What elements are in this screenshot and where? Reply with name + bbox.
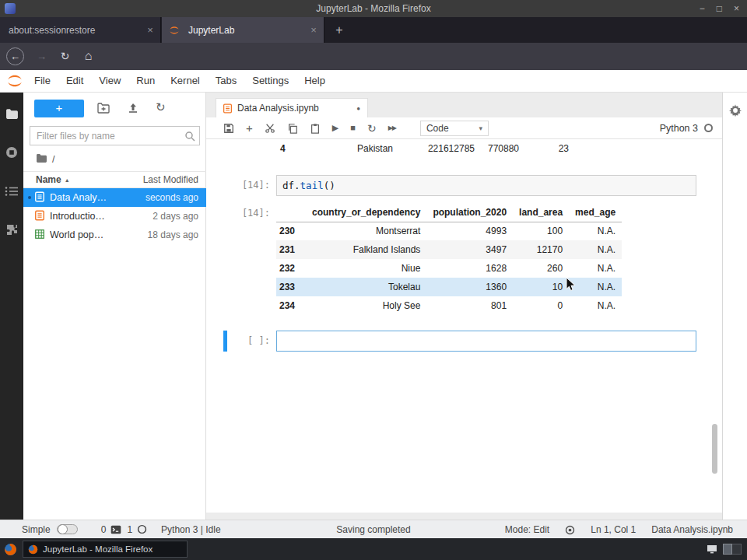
browser-tab-jupyterlab[interactable]: JupyterLab × [162, 17, 324, 43]
notebook-tab[interactable]: Data Analysis.ipynb ● [216, 98, 368, 117]
simple-mode-toggle[interactable] [57, 524, 78, 534]
notebook-scrollbar-thumb[interactable] [712, 424, 717, 474]
file-browser-tab-icon[interactable] [5, 108, 19, 122]
refresh-file-list-icon[interactable]: ↻ [156, 100, 166, 114]
app-launcher-icon[interactable] [4, 543, 17, 556]
back-button[interactable]: ← [6, 47, 24, 65]
code-token-dot: . [294, 180, 300, 191]
cell-land-area: 0 [513, 296, 569, 315]
window-close-button[interactable]: × [734, 3, 739, 14]
insert-cell-button[interactable]: + [246, 122, 253, 134]
save-button[interactable] [223, 123, 234, 134]
edit-mode-indicator[interactable]: Mode: Edit [505, 524, 549, 535]
menu-help[interactable]: Help [296, 70, 333, 92]
upload-icon[interactable] [127, 102, 139, 117]
sort-ascending-icon[interactable]: ▲ [65, 177, 70, 183]
home-folder-icon[interactable] [36, 153, 47, 165]
notebook-file-icon [34, 191, 45, 205]
index-column-header [276, 203, 306, 222]
tab-close-icon[interactable]: × [303, 24, 324, 36]
interrupt-kernel-button[interactable]: ■ [350, 124, 356, 132]
notebook-file-icon [34, 210, 45, 223]
breadcrumb[interactable]: / [36, 153, 54, 165]
kernel-status-text[interactable]: Python 3 | Idle [161, 524, 221, 535]
terminals-count[interactable]: 0 [101, 524, 107, 535]
firefox-icon [28, 544, 38, 555]
running-sessions-tab-icon[interactable] [5, 145, 19, 163]
window-minimize-button[interactable]: − [700, 3, 705, 14]
property-inspector-gear-icon[interactable] [728, 103, 742, 520]
breadcrumb-root[interactable]: / [52, 154, 54, 165]
menu-file[interactable]: File [26, 70, 58, 92]
notebook-file-icon [223, 103, 233, 114]
workspace-1[interactable] [723, 544, 732, 555]
unsaved-changes-dot-icon[interactable]: ● [356, 105, 360, 112]
table-header-row: country_or_dependency population_2020 la… [276, 203, 622, 222]
kernels-count[interactable]: 1 [127, 524, 132, 535]
paste-cells-button[interactable] [310, 123, 321, 134]
cell-population: 1628 [426, 259, 513, 278]
forward-button[interactable]: → [33, 47, 51, 65]
command-palette-tab-icon[interactable] [5, 186, 19, 200]
run-cell-button[interactable]: ▶ [332, 124, 338, 132]
status-message: Saving completed [336, 524, 410, 535]
cell-type-dropdown[interactable]: Code ▾ [420, 121, 489, 136]
cursor-position-indicator[interactable]: Ln 1, Col 1 [591, 524, 636, 535]
cell-country: Falkland Islands [306, 240, 426, 259]
new-tab-button[interactable]: + [330, 21, 349, 40]
kernel-indicator[interactable]: Python 3 [660, 123, 713, 134]
empty-input-prompt: [ ]: [228, 335, 270, 346]
column-name-header[interactable]: Name [36, 174, 61, 185]
active-cell-collapser[interactable] [223, 331, 227, 352]
row-index: 233 [276, 278, 306, 296]
menu-kernel[interactable]: Kernel [163, 70, 208, 92]
extension-manager-tab-icon[interactable] [5, 223, 19, 240]
window-maximize-button[interactable]: □ [717, 3, 722, 14]
reload-button[interactable]: ↻ [56, 47, 74, 65]
file-row-data-analysis[interactable]: Data Analy… seconds ago [23, 188, 206, 207]
menu-edit[interactable]: Edit [58, 70, 91, 92]
empty-cell-editor[interactable] [276, 331, 696, 352]
tab-close-icon[interactable]: × [140, 24, 160, 36]
workspace-pager[interactable] [723, 544, 742, 555]
right-sidebar-strip [722, 93, 747, 520]
restart-run-all-button[interactable]: ▶▶ [388, 125, 396, 131]
cell-med-age: N.A. [569, 296, 622, 315]
kernel-sessions-icon [137, 524, 147, 534]
cell-type-value: Code [426, 123, 449, 134]
menu-run[interactable]: Run [128, 70, 163, 92]
notification-target-icon[interactable] [565, 525, 575, 535]
cell-land-area: 260 [513, 259, 569, 278]
window-titlebar: JupyterLab - Mozilla Firefox − □ × [0, 0, 747, 17]
new-folder-icon[interactable] [97, 103, 110, 117]
cell-population: 3497 [426, 240, 513, 259]
row-index: 230 [276, 222, 306, 240]
file-filter-box [30, 126, 200, 145]
cell-land-area: 100 [513, 222, 569, 240]
file-row-world-population[interactable]: World pop… 18 days ago [23, 226, 206, 244]
browser-tab-sessionrestore[interactable]: about:sessionrestore × [0, 17, 161, 43]
code-cell-editor[interactable]: df.tail() [276, 175, 696, 196]
menu-settings[interactable]: Settings [244, 70, 296, 92]
home-button[interactable]: ⌂ [79, 47, 97, 65]
new-launcher-button[interactable]: + [34, 100, 84, 117]
jupyter-favicon-icon [169, 25, 180, 36]
file-filter-input[interactable] [30, 127, 199, 145]
taskbar-window-button[interactable]: JupyterLab - Mozilla Firefox [23, 541, 188, 558]
menu-tabs[interactable]: Tabs [208, 70, 244, 92]
workspace-2[interactable] [732, 544, 742, 555]
restart-kernel-button[interactable]: ↻ [367, 123, 377, 134]
toggle-knob [58, 524, 68, 534]
desktop-taskbar: JupyterLab - Mozilla Firefox [0, 538, 747, 560]
copy-cells-button[interactable] [287, 123, 298, 134]
code-token-method: tail [300, 180, 324, 191]
column-header: land_area [513, 203, 569, 222]
notebook-content: 4 Pakistan 221612785 770880 23 [14]: df.… [206, 139, 722, 513]
column-modified-header[interactable]: Last Modified [143, 174, 198, 185]
display-tray-icon[interactable] [707, 544, 717, 555]
chevron-down-icon: ▾ [479, 124, 482, 132]
scrolled-row-land-area: 770880 [463, 143, 519, 156]
menu-view[interactable]: View [91, 70, 128, 92]
cut-cells-button[interactable] [265, 123, 275, 134]
file-row-introduction[interactable]: Introductio… 2 days ago [23, 207, 206, 226]
